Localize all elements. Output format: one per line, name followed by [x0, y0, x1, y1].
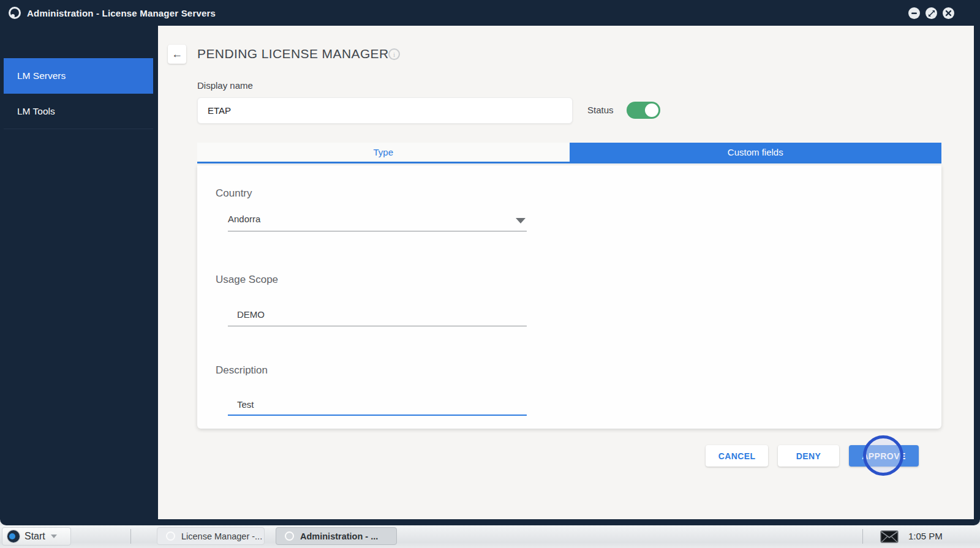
country-value[interactable]: Andorra	[228, 214, 260, 224]
deny-button[interactable]: DENY	[778, 445, 839, 467]
mail-icon[interactable]	[880, 530, 899, 546]
cancel-button[interactable]: CANCEL	[706, 445, 768, 467]
status-toggle[interactable]	[627, 102, 660, 119]
start-logo-icon	[7, 530, 20, 542]
maximize-icon[interactable]	[925, 7, 937, 19]
task-label: License Manager -...	[181, 531, 262, 541]
description-underline	[228, 415, 527, 416]
tab-custom-fields[interactable]: Custom fields	[570, 143, 942, 162]
status-label: Status	[587, 105, 614, 115]
tab-type[interactable]: Type	[197, 143, 570, 162]
start-button[interactable]: Start	[2, 527, 71, 546]
tab-row: Type Custom fields	[197, 143, 941, 163]
taskbar-divider	[130, 529, 131, 544]
description-value[interactable]: Test	[237, 399, 254, 410]
sidebar: « LM Servers LM Tools	[0, 26, 158, 519]
display-name-input[interactable]	[197, 97, 573, 124]
display-name-label: Display name	[197, 80, 253, 91]
description-label: Description	[216, 364, 268, 377]
approve-button[interactable]: APPROVE	[849, 445, 919, 467]
usage-scope-underline	[228, 326, 527, 326]
minimize-icon[interactable]	[908, 7, 920, 19]
usage-scope-label: Usage Scope	[216, 274, 278, 286]
toggle-knob	[645, 103, 658, 117]
country-label: Country	[216, 187, 252, 200]
tray-divider	[862, 529, 863, 544]
titlebar: Administration - License Manager Servers	[0, 0, 980, 26]
window-controls	[908, 7, 954, 19]
custom-fields-panel	[197, 165, 941, 429]
sidebar-item-lm-servers[interactable]: LM Servers	[4, 58, 153, 94]
sidebar-item-label: LM Servers	[17, 70, 66, 81]
taskbar: Start License Manager -... Administratio…	[0, 525, 980, 548]
close-icon[interactable]	[943, 7, 954, 19]
start-caret-icon	[51, 535, 57, 538]
sidebar-item-label: LM Tools	[17, 106, 55, 117]
start-label: Start	[24, 531, 45, 542]
task-label: Administration - ...	[300, 531, 378, 541]
page-title: PENDING LICENSE MANAGER	[197, 47, 389, 61]
taskbar-item-administration[interactable]: Administration - ...	[276, 527, 397, 545]
back-button[interactable]: ←	[168, 45, 186, 64]
info-icon[interactable]: i	[388, 48, 400, 60]
country-underline	[228, 231, 527, 231]
tab-label: Custom fields	[728, 147, 783, 157]
taskbar-item-license-manager[interactable]: License Manager -...	[157, 527, 265, 545]
window-title: Administration - License Manager Servers	[27, 8, 216, 18]
task-logo-icon	[285, 531, 294, 541]
task-logo-icon	[166, 531, 175, 541]
sidebar-item-lm-tools[interactable]: LM Tools	[4, 94, 153, 129]
tab-label: Type	[373, 147, 393, 157]
clock: 1:05 PM	[908, 531, 943, 541]
dropdown-caret-icon[interactable]	[516, 218, 526, 223]
usage-scope-value[interactable]: DEMO	[237, 309, 265, 320]
app-logo-icon	[9, 7, 21, 19]
